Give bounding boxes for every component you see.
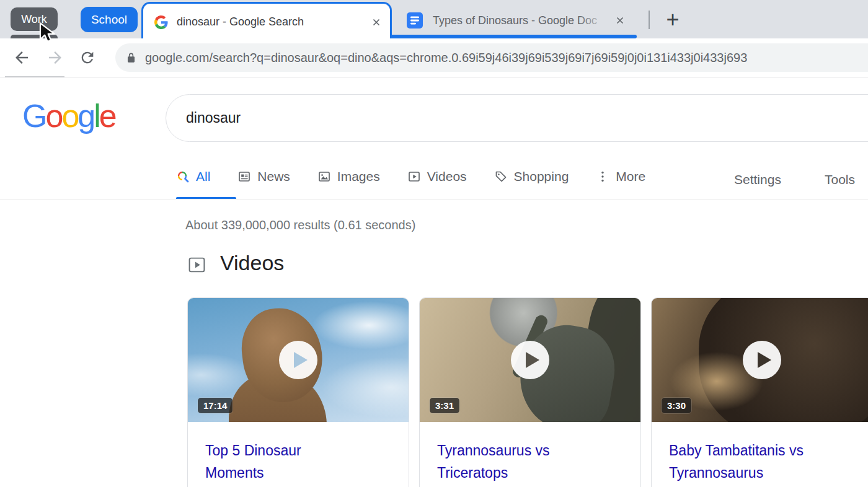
tab-news-label: News [257, 169, 290, 184]
google-logo[interactable]: Google [22, 97, 115, 134]
tab-videos-label: Videos [427, 169, 467, 184]
tab-title-wrap: Types of Dinosaurs - Google Doc [433, 14, 614, 27]
video-thumbnail[interactable]: 17:14 [188, 298, 409, 422]
settings-menu[interactable]: Settings [734, 172, 781, 187]
tab-news[interactable]: News [237, 169, 290, 184]
play-button-icon[interactable] [743, 341, 781, 379]
plus-icon: + [666, 7, 679, 33]
play-button-icon[interactable] [279, 341, 317, 379]
images-icon [317, 170, 331, 183]
tab-title: Types of Dinosaurs - Google Doc [433, 14, 597, 27]
search-input[interactable]: dinosaur [166, 94, 868, 142]
video-title-link[interactable]: Tyrannosaurus vs Triceratops [437, 439, 583, 484]
video-duration-badge: 3:30 [662, 398, 691, 413]
back-button[interactable] [11, 47, 32, 68]
logo-letter: l [94, 98, 99, 134]
tab-dinosaur-search[interactable]: dinosaur - Google Search [141, 2, 392, 38]
tab-group-school-label: School [91, 13, 127, 27]
video-title-link[interactable]: Top 5 Dinosaur Moments [205, 439, 351, 484]
tab-shopping[interactable]: Shopping [494, 169, 569, 184]
tab-shopping-label: Shopping [514, 169, 569, 184]
videos-section-heading: Videos [220, 251, 284, 275]
tools-label: Tools [825, 172, 855, 186]
logo-letter: G [22, 98, 45, 134]
videos-icon [407, 170, 421, 183]
logo-letter: o [61, 98, 78, 134]
tab-strip: Work School dinosaur - Google Search [0, 0, 868, 38]
video-card: 3:30 Baby Tambatitanis vs Tyrannosaurus [651, 297, 868, 487]
tab-all[interactable]: All [176, 169, 210, 184]
tab-types-of-dinosaurs[interactable]: Types of Dinosaurs - Google Doc [397, 5, 642, 36]
shopping-tag-icon [494, 170, 508, 183]
logo-letter: o [45, 98, 61, 134]
title-fade [578, 14, 614, 27]
video-card: 17:14 Top 5 Dinosaur Moments [187, 297, 409, 487]
tab-more[interactable]: More [596, 169, 645, 184]
video-duration-badge: 17:14 [198, 398, 232, 413]
result-type-tabs: All News Images [176, 169, 645, 184]
google-docs-icon [407, 12, 423, 29]
forward-button[interactable] [45, 47, 66, 68]
tab-more-label: More [616, 169, 645, 184]
video-thumbnail[interactable]: 3:31 [420, 298, 640, 422]
result-stats: About 339,000,000 results (0.61 seconds) [185, 218, 415, 232]
video-card: 3:31 Tyrannosaurus vs Triceratops [419, 297, 641, 487]
new-tab-button[interactable]: + [658, 7, 687, 33]
tab-videos[interactable]: Videos [407, 169, 467, 184]
logo-letter: e [99, 98, 115, 134]
more-dots-icon [596, 170, 609, 183]
reload-button[interactable] [77, 47, 98, 68]
address-bar[interactable]: google.com/search?q=dinosaur&oq=dino&aqs… [115, 43, 868, 72]
browser-toolbar: google.com/search?q=dinosaur&oq=dino&aqs… [0, 38, 868, 77]
url-text: google.com/search?q=dinosaur&oq=dino&aqs… [145, 51, 747, 65]
tab-all-label: All [196, 169, 210, 184]
settings-label: Settings [734, 172, 781, 186]
video-title-link[interactable]: Baby Tambatitanis vs Tyrannosaurus [669, 439, 815, 484]
tab-close-icon[interactable] [370, 16, 383, 29]
tabstrip-divider [649, 11, 650, 29]
google-g-favicon-icon [154, 15, 168, 29]
search-query-text: dinosaur [186, 110, 241, 126]
nav-divider [0, 199, 868, 200]
tools-menu[interactable]: Tools [825, 172, 855, 187]
logo-letter: g [78, 98, 94, 134]
videos-section-icon [188, 256, 206, 274]
search-icon [176, 170, 190, 183]
tab-images[interactable]: Images [317, 169, 380, 184]
tab-group-work-chip[interactable]: Work [11, 7, 58, 31]
tab-images-label: Images [337, 169, 380, 184]
page-viewport: Google dinosaur All [0, 77, 868, 487]
lock-icon[interactable] [125, 52, 137, 64]
video-duration-badge: 3:31 [430, 398, 459, 413]
tab-group-school-chip[interactable]: School [81, 7, 138, 32]
browser-window: Work School dinosaur - Google Search [0, 0, 868, 487]
tab-close-icon[interactable] [614, 14, 626, 27]
video-thumbnail[interactable]: 3:30 [652, 298, 868, 422]
tab-title: dinosaur - Google Search [177, 15, 370, 29]
tab-group-work-label: Work [21, 13, 47, 26]
play-button-icon[interactable] [511, 341, 549, 379]
news-icon [237, 170, 251, 183]
